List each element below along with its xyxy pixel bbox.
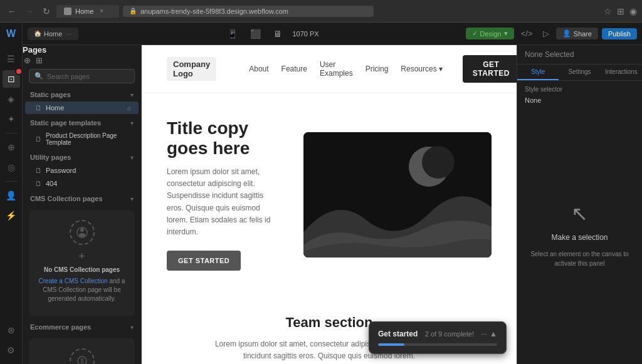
site-hero-title: Title copy goes here (167, 118, 278, 159)
toast-progress-bar (378, 343, 497, 346)
ecommerce-pages-section: Ecommerce pages ▾ $ + No Ecommerce pages… (23, 321, 141, 364)
play-button[interactable]: ▷ (540, 28, 552, 39)
svg-point-7 (422, 146, 455, 179)
cms-pages-toggle-icon: ▾ (130, 195, 134, 202)
toast-subtitle: 2 of 9 complete! (425, 330, 474, 338)
sidebar-item-apps[interactable]: ⊛ (3, 321, 20, 339)
wf-right-controls: ✓ Design ▾ </> ▷ 👤 Share Publish (461, 28, 642, 39)
toast-header: Get started 2 of 9 complete! ··· ▲ (378, 330, 497, 338)
site-hero-image (303, 132, 492, 257)
cms-pages-header[interactable]: CMS Collection pages ▾ (23, 192, 141, 205)
utility-pages-header[interactable]: Utility pages ▾ (23, 151, 141, 164)
pages-panel: Pages ⊕ ⊞ 🔍 Static pages ▾ 🗋 Home ⌂ (23, 45, 142, 364)
tab-interactions[interactable]: Interactions (601, 65, 642, 80)
get-started-toast[interactable]: Get started 2 of 9 complete! ··· ▲ (369, 321, 507, 354)
nav-link-user-examples[interactable]: User Examples (320, 60, 353, 78)
right-panel: None Selected Style Settings Interaction… (517, 45, 642, 364)
browser-url-bar[interactable]: 🔒 anupams-trendy-site-5f98f3.design.webf… (123, 6, 374, 17)
static-pages-section: Static pages ▾ 🗋 Home ⌂ (23, 88, 141, 114)
toast-collapse-button[interactable]: ▲ (490, 330, 497, 338)
pages-panel-title: Pages (23, 45, 46, 55)
design-mode-button[interactable]: ✓ Design ▾ (466, 28, 514, 39)
search-input[interactable] (47, 73, 129, 80)
wf-tabs-area: 🏠 Home ··· (23, 28, 83, 40)
share-icon: 👤 (562, 29, 571, 38)
cms-icon: ⊕ (8, 142, 15, 152)
utility-pages-label: Utility pages (30, 153, 71, 161)
static-pages-header[interactable]: Static pages ▾ (23, 88, 141, 101)
browser-tab-label: Home (75, 8, 93, 15)
ecommerce-pages-header[interactable]: Ecommerce pages ▾ (23, 321, 141, 333)
url-text: anupams-trendy-site-5f98f3.design.webflo… (140, 8, 288, 15)
pages-icon: ⊡ (8, 74, 15, 84)
design-label: Design (480, 30, 502, 38)
svg-point-1 (80, 228, 84, 232)
page-item-password[interactable]: 🗋 Password (25, 164, 139, 177)
page-item-home[interactable]: 🗋 Home ⌂ (25, 101, 139, 114)
viewport-desktop-button[interactable]: 🖥 (271, 28, 285, 40)
make-selection-title: Make a selection (551, 233, 608, 242)
share-button[interactable]: 👤 Share (556, 28, 598, 39)
search-icon: 🔍 (34, 72, 43, 80)
pages-search-bar[interactable]: 🔍 (29, 69, 135, 83)
cms-pages-label: CMS Collection pages (30, 195, 103, 202)
wf-home-tab[interactable]: 🏠 Home ··· (28, 28, 78, 40)
publish-label: Publish (608, 30, 631, 38)
extensions-button[interactable]: ⊞ (617, 6, 624, 16)
viewport-mobile-button[interactable]: 📱 (224, 28, 240, 40)
site-hero-button[interactable]: GET STARTED (167, 251, 241, 271)
pages-folder-button[interactable]: ⊞ (34, 55, 44, 66)
home-tab-icon: 🏠 (34, 30, 41, 37)
cms-collection-link[interactable]: Create a CMS Collection (39, 278, 108, 284)
toast-more-button[interactable]: ··· (481, 330, 487, 338)
sidebar-item-logic[interactable]: ⚡ (3, 207, 20, 224)
page-icon: 🗋 (35, 104, 42, 112)
sidebar-item-settings[interactable]: ⚙ (3, 341, 20, 359)
style-selector-label: Style selector (517, 81, 642, 95)
profile-button[interactable]: ◉ (629, 6, 637, 16)
page-item-product-template[interactable]: 🗋 Product Description Page Template (25, 130, 139, 148)
nav-refresh-button[interactable]: ↻ (40, 5, 53, 18)
ecommerce-empty-icon: $ (70, 348, 95, 364)
code-view-button[interactable]: </> (518, 28, 536, 39)
right-panel-empty: ↖ Make a selection Select an element on … (517, 105, 642, 364)
nav-link-resources[interactable]: Resources ▾ (401, 60, 442, 78)
toast-title-group: Get started 2 of 9 complete! (378, 330, 474, 338)
static-templates-header[interactable]: Static page templates ▾ (23, 117, 141, 129)
publish-button[interactable]: Publish (602, 28, 637, 39)
star-button[interactable]: ☆ (604, 6, 612, 16)
toast-progress-fill (378, 343, 404, 346)
viewport-tablet-button[interactable]: ⬛ (248, 28, 263, 40)
cms-empty-title: No CMS Collection pages (36, 266, 127, 274)
sidebar-item-assets[interactable]: ✦ (3, 110, 20, 128)
nav-link-feature[interactable]: Feature (282, 60, 307, 78)
canvas-area[interactable]: Company Logo About Feature User Examples… (142, 45, 517, 364)
sidebar-item-components[interactable]: ◈ (3, 90, 20, 108)
sidebar-item-users[interactable]: 👤 (3, 187, 20, 204)
sidebar-item-pages[interactable]: ⊡ (3, 70, 20, 88)
browser-tab[interactable]: Home × (56, 5, 119, 18)
static-templates-label: Static page templates (30, 119, 101, 127)
nav-link-pricing[interactable]: Pricing (366, 60, 389, 78)
nav-link-about[interactable]: About (249, 60, 268, 78)
site-nav: Company Logo About Feature User Examples… (142, 45, 517, 93)
page-item-404[interactable]: 🗋 404 (25, 177, 139, 190)
page-icon: 🗋 (35, 135, 42, 143)
pages-add-button[interactable]: ⊕ (23, 55, 32, 66)
tab-style[interactable]: Style (517, 65, 559, 80)
nav-forward-button[interactable]: → (23, 5, 36, 18)
sidebar-item-cms[interactable]: ⊕ (3, 138, 20, 156)
cursor-icon: ↖ (571, 202, 588, 226)
sidebar-item-ecommerce[interactable]: ◎ (3, 159, 20, 176)
sidebar-item-navigator[interactable]: ☰ (3, 50, 20, 68)
tab-settings[interactable]: Settings (559, 65, 600, 80)
site-preview: Company Logo About Feature User Examples… (142, 45, 517, 364)
site-cta-button[interactable]: GET STARTED (463, 55, 517, 83)
page-item-label: Home (46, 104, 124, 112)
static-pages-toggle-icon: ▾ (130, 91, 134, 98)
nav-back-button[interactable]: ← (5, 5, 19, 18)
components-icon: ◈ (8, 94, 14, 104)
make-selection-desc: Select an element on the canvas to activ… (530, 249, 629, 268)
wf-logo[interactable]: W (0, 23, 23, 45)
pages-panel-header: Pages ⊕ ⊞ (23, 45, 141, 66)
